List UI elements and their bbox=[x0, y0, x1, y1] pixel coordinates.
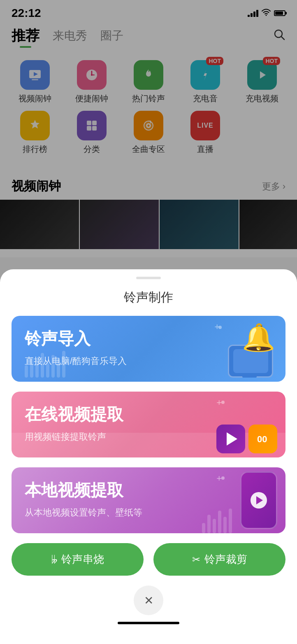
home-bar bbox=[118, 622, 179, 624]
card-local-extract[interactable]: + 本地视频提取 从本地视频设置铃声、壁纸等 bbox=[12, 467, 285, 533]
sheet-handle bbox=[136, 277, 161, 279]
card-online-extract[interactable]: + 在线视频提取 用视频链接提取铃声 00 bbox=[12, 392, 285, 457]
sheet-title: 铃声制作 bbox=[0, 282, 297, 316]
play-icon bbox=[216, 425, 245, 453]
card-online-illus: 00 bbox=[216, 425, 277, 453]
ringtone-mix-icon: 𝄫 bbox=[51, 554, 57, 565]
play-triangle bbox=[227, 432, 237, 446]
card-local-subtitle: 从本地视频设置铃声、壁纸等 bbox=[25, 506, 272, 519]
phone-play-button bbox=[251, 492, 267, 509]
card-local-illus bbox=[240, 471, 277, 529]
card-import-illus: 🔔 bbox=[216, 328, 277, 378]
ringtone-cut-icon: ✂ bbox=[192, 554, 200, 565]
close-button[interactable]: ✕ bbox=[134, 586, 163, 615]
kugou-icon: 00 bbox=[248, 425, 277, 453]
phone-icon bbox=[240, 471, 277, 529]
card-local-title: 本地视频提取 bbox=[25, 479, 272, 502]
ringtone-mix-label: 铃声串烧 bbox=[61, 552, 104, 567]
home-indicator bbox=[0, 615, 297, 628]
bell-icon: 🔔 bbox=[242, 324, 275, 351]
bottom-buttons: 𝄫 铃声串烧 ✂ 铃声裁剪 bbox=[0, 533, 297, 576]
ringtone-cut-label: 铃声裁剪 bbox=[204, 552, 247, 567]
video-illus: 00 bbox=[216, 425, 277, 453]
ringtone-mix-button[interactable]: 𝄫 铃声串烧 bbox=[12, 543, 144, 576]
card-online-title: 在线视频提取 bbox=[25, 403, 272, 426]
card-container: + 铃声导入 直接从电脑/酷狗音乐导入 🔔 + bbox=[0, 316, 297, 533]
svg-text:00: 00 bbox=[257, 434, 267, 444]
card-ringtone-import[interactable]: + 铃声导入 直接从电脑/酷狗音乐导入 🔔 bbox=[12, 316, 285, 382]
close-button-wrap: ✕ bbox=[0, 586, 297, 615]
ringtone-cut-button[interactable]: ✂ 铃声裁剪 bbox=[153, 543, 285, 576]
bottom-sheet: 铃声制作 + 铃声导入 直接从电脑/酷狗音乐导入 bbox=[0, 269, 297, 644]
phone-play-triangle bbox=[256, 496, 263, 504]
